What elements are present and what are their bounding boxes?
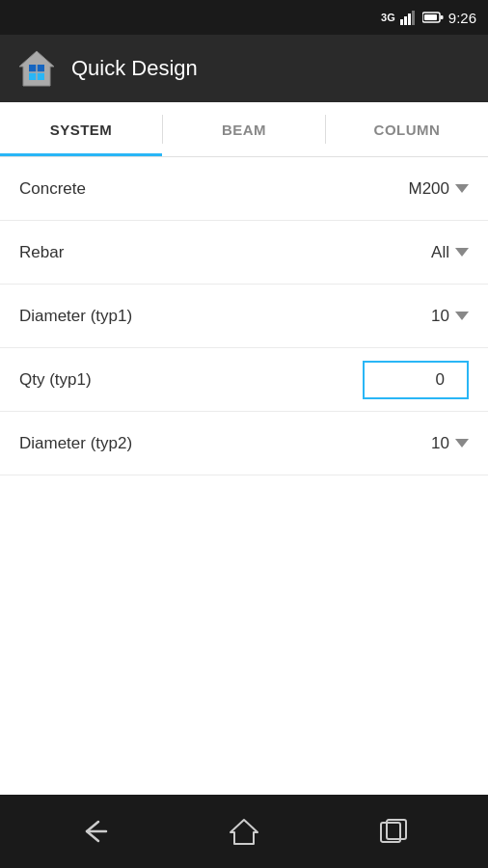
svg-marker-12 [230, 820, 258, 844]
tab-system-label: SYSTEM [50, 122, 113, 138]
svg-rect-3 [412, 11, 415, 25]
network-type: 3G [381, 12, 395, 23]
concrete-value-container[interactable]: M200 [363, 179, 469, 199]
diameter-typ1-label: Diameter (typ1) [19, 307, 132, 326]
diameter-typ1-row: Diameter (typ1) 10 [0, 285, 488, 348]
svg-rect-6 [424, 14, 437, 20]
tab-column[interactable]: COLUMN [326, 102, 488, 156]
home-button[interactable] [215, 807, 273, 855]
diameter-typ1-dropdown-arrow [455, 312, 469, 320]
time-display: 9:26 [448, 10, 476, 26]
concrete-label: Concrete [19, 179, 86, 199]
diameter-typ2-row: Diameter (typ2) 10 [0, 412, 488, 475]
bottom-nav [0, 795, 488, 868]
tab-system[interactable]: SYSTEM [0, 102, 162, 156]
rebar-dropdown-arrow [455, 248, 469, 257]
recents-icon [379, 818, 408, 845]
svg-rect-2 [408, 14, 411, 25]
qty-typ1-input[interactable] [382, 370, 459, 390]
status-icons: 3G 9:26 [381, 10, 476, 26]
tabs: SYSTEM BEAM COLUMN [0, 102, 488, 156]
svg-rect-0 [400, 19, 403, 25]
rebar-value-container[interactable]: All [363, 243, 469, 262]
diameter-typ2-dropdown-arrow [455, 439, 469, 448]
app-title: Quick Design [71, 56, 198, 81]
tab-beam-label: BEAM [222, 122, 266, 138]
svg-rect-1 [404, 16, 407, 25]
house-icon [15, 47, 58, 90]
rebar-label: Rebar [19, 243, 64, 262]
tabs-container: SYSTEM BEAM COLUMN [0, 102, 488, 157]
app-bar: Quick Design [0, 35, 488, 102]
svg-rect-5 [440, 15, 443, 19]
battery-icon [422, 11, 444, 24]
concrete-dropdown-arrow [455, 184, 469, 193]
tab-beam[interactable]: BEAM [163, 102, 325, 156]
qty-typ1-row: Qty (typ1) [0, 348, 488, 412]
concrete-row: Concrete M200 [0, 157, 488, 221]
qty-typ1-input-container[interactable] [363, 361, 469, 399]
signal-icon [400, 10, 418, 25]
content-area: Concrete M200 Rebar All Diameter (typ1) … [0, 157, 488, 475]
diameter-typ2-label: Diameter (typ2) [19, 434, 132, 453]
recents-button[interactable] [365, 807, 422, 855]
diameter-typ2-value-container[interactable]: 10 [363, 434, 469, 453]
app-icon [15, 47, 58, 90]
diameter-typ1-value-container[interactable]: 10 [363, 307, 469, 326]
rebar-row: Rebar All [0, 221, 488, 285]
back-button[interactable] [66, 807, 123, 855]
qty-typ1-label: Qty (typ1) [19, 370, 92, 390]
back-icon [79, 818, 110, 845]
home-icon [228, 817, 260, 846]
tab-column-label: COLUMN [374, 122, 441, 138]
status-bar: 3G 9:26 [0, 0, 488, 35]
